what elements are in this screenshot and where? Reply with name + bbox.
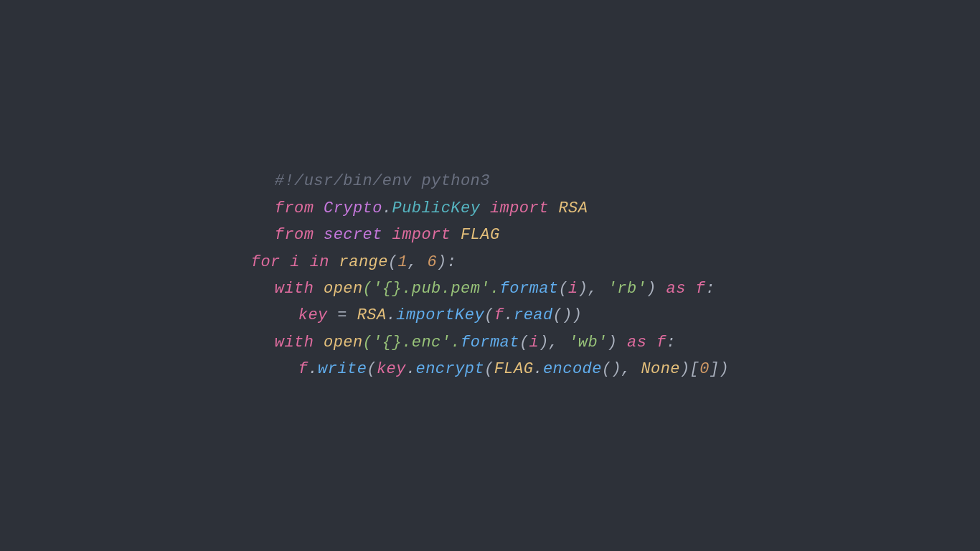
code-line-with2: with open('{}.enc'.format(i), 'wb') as f… (251, 329, 729, 356)
code-line-with1: with open('{}.pub.pem'.format(i), 'rb') … (251, 276, 729, 302)
code-line-for-loop: for i in range(1, 6): (251, 249, 729, 276)
code-line-shebang: #!/usr/bin/env python3 (251, 168, 729, 194)
code-line-import2: from secret import FLAG (251, 222, 729, 248)
code-line-fwrite: f.write(key.encrypt(FLAG.encode(), None)… (251, 356, 729, 382)
code-block: #!/usr/bin/env python3from Crypto.Public… (208, 139, 772, 411)
code-line-key-assign: key = RSA.importKey(f.read()) (251, 302, 729, 329)
code-line-import1: from Crypto.PublicKey import RSA (251, 195, 729, 222)
